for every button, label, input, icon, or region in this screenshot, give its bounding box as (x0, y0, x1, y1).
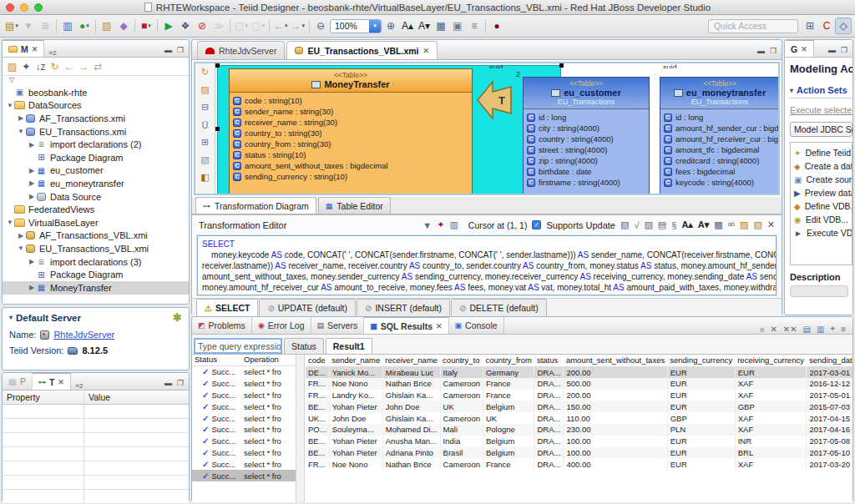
result-row[interactable]: DE...Yanick Mo...Mirabeau LucItalyGerman… (306, 366, 852, 378)
action-item-edit-vdb-[interactable]: ◉Edit VDB... (794, 213, 848, 226)
jboss-central-perspective-icon[interactable]: C (818, 18, 835, 34)
save-icon[interactable]: ▼ (20, 18, 37, 34)
sql-tab-insert[interactable]: ⊘INSERT (default) (357, 299, 450, 316)
tree-item-eu-transactions-xmi[interactable]: ▼EU_Transactions.xmi (3, 125, 189, 139)
result-column-amount-sent-without-taxes[interactable]: amount_sent_without_taxes (564, 355, 667, 366)
tree-expand-icon[interactable]: ▶ (17, 114, 25, 122)
console-icon[interactable]: ▥ (59, 18, 76, 34)
tree-item-import-declarations-3-[interactable]: ▶≣import declarations (3) (3, 255, 189, 269)
action-item-create-a-data-[interactable]: ◈Create a data... (794, 159, 848, 173)
result-column-sending-date[interactable]: sending_date (807, 355, 852, 366)
link-editor-icon[interactable]: ⇄ (94, 61, 102, 73)
pane-scrollbar[interactable] (296, 355, 305, 502)
query-row[interactable]: ✓Succ...select * fro (192, 366, 296, 378)
transformation-arrow[interactable]: T (476, 75, 514, 127)
mark-occurrences-icon[interactable]: ◆ (115, 18, 132, 34)
sql-tab-update[interactable]: ⊘UPDATE (default) (259, 299, 356, 316)
query-row[interactable]: ✓Succ...select * fro (192, 436, 296, 447)
selection-handle[interactable] (215, 127, 220, 131)
sort-icon[interactable]: ↓z (35, 61, 45, 73)
minimize-view-icon[interactable]: ▬ (164, 379, 172, 387)
outline-icon[interactable]: ≡ (466, 18, 483, 34)
open-folder-icon[interactable]: ▨ (99, 18, 115, 34)
tree-expand-icon[interactable]: ▶ (28, 193, 36, 200)
forward-icon[interactable]: → (78, 61, 89, 73)
status-column-header[interactable]: Status (192, 355, 244, 365)
table-column[interactable]: Creceiver_name : string(30) (233, 117, 472, 128)
diagram-refresh-icon[interactable]: ↻ (198, 66, 212, 78)
result-column-country-from[interactable]: country_from (483, 355, 534, 366)
start-server-icon[interactable]: ●▾ (76, 18, 93, 34)
property-column-header[interactable]: Property (3, 391, 84, 404)
table-column[interactable]: Ccountry : string(4000) (527, 134, 649, 144)
layout-sql-icon[interactable]: § (671, 220, 676, 230)
tree-item-af-transactions-xmi[interactable]: ▶AF_Transactions.xmi (3, 112, 189, 125)
tree-item-package-diagram[interactable]: ⊞Package Diagram (3, 268, 189, 281)
tab-guides[interactable]: G ✕ (785, 40, 814, 57)
table-column[interactable]: Cfees : bigdecimal (664, 166, 779, 177)
criteria-builder-icon[interactable]: ▧ (620, 219, 629, 230)
table-column[interactable]: Csender_name : string(30) (233, 106, 472, 117)
result-row[interactable]: BE...Yohan PieterJohn DoeUKBelgiumDRA...… (306, 401, 852, 412)
tree-item-moneytransfer[interactable]: ▶▦MoneyTransfer (3, 281, 189, 295)
table-column[interactable]: Camount_sent_without_taxes : bigdecimal (233, 160, 472, 171)
tree-collapse-icon[interactable]: ▼ (6, 219, 14, 226)
filter-diagram-icon[interactable]: ▧ (198, 154, 212, 166)
jboss-tools-icon[interactable]: ■▾ (138, 18, 154, 34)
action-item-preview-data[interactable]: ▶Preview data (794, 186, 848, 199)
result-column-sending-currency[interactable]: sending_currency (667, 355, 735, 366)
tab-problems[interactable]: ◩Problems (192, 317, 252, 334)
tree-item-data-source[interactable]: ▶Data Source (3, 190, 189, 204)
zoom-out-icon[interactable]: ⊖ (312, 18, 329, 34)
result-column-receiving-currency[interactable]: receiving_currency (735, 355, 807, 366)
value-column-header[interactable]: Value (84, 391, 189, 404)
tree-expand-icon[interactable]: ▶ (28, 284, 36, 291)
show-dependencies-icon[interactable]: ⊞ (198, 136, 212, 149)
tab-table-editor[interactable]: ▦Table Editor (318, 197, 391, 214)
tree-expand-icon[interactable]: ▶ (17, 232, 25, 239)
tree-collapse-icon[interactable]: ▼ (17, 244, 25, 252)
export-sql-icon[interactable]: ▧ (753, 219, 761, 230)
copy-diagram-icon[interactable]: ▣ (449, 18, 466, 34)
tab-properties-alt[interactable]: ▦ P (3, 373, 33, 390)
table-column[interactable]: Csending_currency : string(10) (233, 171, 472, 182)
tree-item-eu-transactions-vbl-xmi[interactable]: ▼EU_Transactions_VBL.xmi (3, 242, 189, 255)
show-parents-icon[interactable]: ⊟ (198, 101, 212, 113)
back-icon[interactable]: ←▾ (272, 18, 290, 34)
tree-expand-icon[interactable]: ▶ (28, 141, 36, 149)
diagram-table-eu-moneytransfer[interactable]: <<Table>> eu_moneytransfer EU_Transactio… (660, 77, 780, 195)
close-editor-icon[interactable]: ✕ (767, 219, 775, 230)
table-column[interactable]: Ccode : string(10) (233, 95, 472, 106)
execute-selected-link[interactable]: Execute selected action (790, 105, 852, 115)
minimize-view-icon[interactable]: ▬ (164, 46, 172, 54)
result-row[interactable]: BE...Yohan PieterAnusha Man...IndiaBelgi… (306, 436, 852, 447)
table-column[interactable]: Ckeycode : string(4000) (664, 177, 779, 188)
tab-transformation-diagram[interactable]: ⊶Transformation Diagram (195, 197, 316, 214)
maximize-view-icon[interactable]: ❐ (177, 46, 184, 54)
table-column[interactable]: Cstreet : string(4000) (527, 144, 649, 155)
tree-collapse-icon[interactable]: ▼ (6, 102, 14, 109)
server-name-link[interactable]: RhteJdvServer (53, 330, 114, 340)
optimize-icon[interactable]: ▩ (714, 219, 722, 230)
sql-text-area[interactable]: SELECT money.keycode AS code, CONCAT(' '… (197, 235, 777, 295)
stop-icon[interactable]: ⊘ (194, 18, 210, 34)
collapse-icon[interactable]: ▾ (790, 87, 793, 94)
query-row[interactable]: ✓Succ...select * fro (192, 458, 296, 470)
teiid-designer-perspective-icon[interactable]: ◇ (835, 18, 852, 34)
operation-column-header[interactable]: Operation (244, 355, 279, 365)
query-row[interactable]: ✓Succ...select * fro (192, 401, 296, 412)
tree-item-federatedviews[interactable]: FederatedViews (3, 203, 189, 216)
table-column[interactable]: Ccountry_to : string(30) (233, 128, 472, 139)
lowercase-icon[interactable]: ᵃᵇ (728, 220, 735, 230)
back-icon[interactable]: ← (63, 61, 73, 73)
query-row[interactable]: ✓Succ...select * fro (192, 412, 296, 424)
zoom-level-combo[interactable]: 100% ▾ (330, 19, 382, 33)
font-increase-icon[interactable]: A▴ (681, 219, 692, 230)
uml-view-icon[interactable]: Ü (198, 118, 212, 131)
tab-rhtejdvserver[interactable]: RhteJdvServer (197, 41, 285, 59)
tree-item-import-declarations-2-[interactable]: ▶≣import declarations (2) (3, 138, 189, 151)
close-icon[interactable]: ✕ (423, 47, 430, 55)
query-row[interactable]: ✓Succ...select * fro (192, 390, 296, 401)
close-icon[interactable]: ✕ (436, 322, 443, 330)
reconcile-icon[interactable]: ▼ (422, 220, 432, 230)
